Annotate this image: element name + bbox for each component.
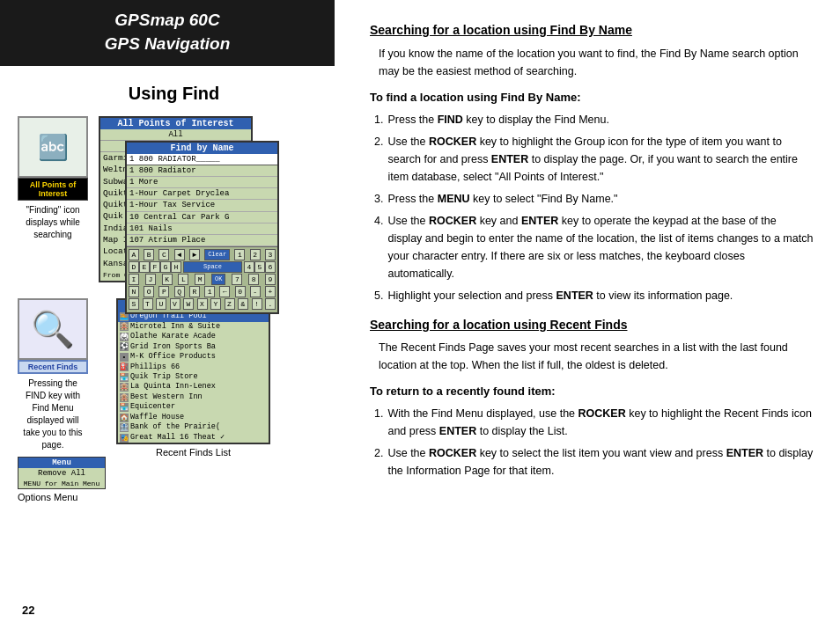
kb-plus[interactable]: + — [265, 286, 276, 297]
kb-d[interactable]: D — [129, 261, 139, 273]
step-text: Use the ROCKER key to select the list it… — [387, 444, 814, 480]
kb-3[interactable]: 3 — [265, 249, 276, 260]
kb-m[interactable]: M — [195, 274, 205, 285]
rf-list-item[interactable]: •M-K Office Products — [118, 352, 269, 362]
rf-caption: Pressing theFIND key withFind Menudispla… — [18, 377, 88, 451]
fbn-keyboard: A B C ◄ ► Clear 1 2 3 D E — [127, 246, 277, 312]
step-text: With the Find Menu displayed, use the RO… — [387, 405, 814, 440]
kb-q[interactable]: Q — [174, 286, 185, 297]
kb-excl[interactable]: ! — [252, 298, 262, 310]
kb-clear[interactable]: Clear — [204, 249, 230, 260]
kb-4[interactable]: 4 — [244, 261, 254, 273]
kb-w[interactable]: W — [183, 298, 194, 310]
fbn-list-row: 1 More — [127, 177, 277, 188]
kb-u[interactable]: U — [156, 298, 166, 310]
step-num: 1. — [374, 111, 383, 128]
rf-item-icon: 🏨 — [120, 322, 129, 331]
rf-list-item[interactable]: ⛽Phillips 66 — [118, 363, 269, 372]
kb-z[interactable]: Z — [225, 298, 235, 310]
kb-minus[interactable]: - — [250, 286, 261, 297]
opt-menu-label: Menu — [18, 458, 105, 468]
kb-c[interactable]: C — [158, 249, 169, 260]
kb-j[interactable]: J — [145, 274, 156, 285]
rf-list-item[interactable]: 🏦Bank of the Prairie( — [118, 422, 269, 432]
step-num: 2. — [374, 133, 383, 186]
rf-list-item[interactable]: 🥋Olathe Karate Acade — [118, 332, 269, 341]
step-1: 1. Press the FIND key to display the Fin… — [374, 111, 814, 128]
rf-list-item[interactable]: 🏪Equicenter — [118, 402, 269, 412]
kb-back[interactable]: ← — [219, 286, 230, 297]
rf-list-item[interactable]: 🏪Quik Trip Store — [118, 372, 269, 382]
opt-remove-all[interactable]: Remove All — [18, 468, 105, 479]
rf-item-icon: 🏪 — [120, 403, 129, 412]
rf-item-text: Best Western Inn — [130, 392, 203, 402]
rf-list-item[interactable]: 🎭Great Mall 16 Theat ✓ — [118, 433, 269, 443]
rf-item-icon: 🥋 — [120, 333, 129, 341]
gps-poi-header: All Points of Interest — [100, 118, 251, 129]
kb-ok[interactable]: OK — [211, 274, 225, 285]
kb-g[interactable]: G — [160, 261, 171, 273]
kb-v[interactable]: V — [170, 298, 181, 310]
kb-2[interactable]: 2 — [250, 249, 261, 260]
kb-space[interactable]: Space — [183, 261, 242, 273]
kb-t[interactable]: T — [143, 298, 153, 310]
kb-l[interactable]: L — [178, 274, 188, 285]
kb-a[interactable]: A — [129, 249, 139, 260]
kb-row3: I J K L M OK 7 8 9 — [129, 274, 276, 285]
rf-item-icon: • — [120, 353, 129, 362]
opt-main-menu[interactable]: MENU for Main Menu — [18, 479, 105, 488]
kb-1[interactable]: 1 — [234, 249, 245, 260]
kb-i[interactable]: I — [129, 274, 139, 285]
poi-icon-area: 🔤 All Points of Interest "Finding" icond… — [18, 116, 88, 241]
kb-7[interactable]: 7 — [232, 274, 242, 285]
rf-list-item[interactable]: 🏨La Quinta Inn-Lenex — [118, 382, 269, 392]
kb-y[interactable]: Y — [210, 298, 221, 310]
rf-item-text: Microtel Inn & Suite — [130, 322, 220, 332]
kb-9[interactable]: 9 — [265, 274, 276, 285]
rf-item-text: M-K Office Products — [130, 352, 216, 362]
rf-list-item[interactable]: ⚽Grid Iron Sports Ba — [118, 342, 269, 352]
kb-right[interactable]: ► — [189, 249, 200, 260]
rf-list-caption: Recent Finds List — [116, 447, 270, 458]
kb-0[interactable]: 0 — [235, 286, 246, 297]
kb-x[interactable]: X — [197, 298, 208, 310]
kb-k[interactable]: K — [162, 274, 173, 285]
kb-left[interactable]: ◄ — [174, 249, 185, 260]
kb-b[interactable]: B — [144, 249, 154, 260]
kb-n[interactable]: N — [129, 286, 139, 297]
step-4: 4. Use the ROCKER key and ENTER key to o… — [374, 212, 814, 282]
step-num: 5. — [374, 287, 383, 304]
kb-h[interactable]: H — [171, 261, 181, 273]
rf-list-item[interactable]: 🏨Best Western Inn — [118, 392, 269, 402]
rf-item-icon: 🏪 — [120, 373, 129, 382]
rf-item-icon: 🏨 — [120, 393, 129, 402]
step-text: Highlight your selection and press ENTER… — [387, 287, 733, 304]
kb-s[interactable]: S — [129, 298, 139, 310]
step-num: 3. — [374, 190, 383, 208]
section-title: Using Find — [18, 84, 330, 104]
kb-6[interactable]: 6 — [265, 261, 276, 273]
poi-caption: "Finding" icondisplays whilesearching — [18, 204, 88, 241]
page-number: 22 — [22, 604, 34, 617]
gps-screen-rf: Recent Finds 🏊Oregon Trail Pool 🏨Microte… — [116, 298, 270, 444]
kb-8[interactable]: 8 — [248, 274, 259, 285]
kb-num1[interactable]: 1 — [204, 286, 215, 297]
section2-heading: Searching for a location using Recent Fi… — [370, 317, 814, 334]
rf-item-icon: ⚽ — [120, 342, 129, 351]
kb-f[interactable]: F — [150, 261, 160, 273]
rf-list-item[interactable]: 🏠Waffle House — [118, 413, 269, 422]
right-panel: Searching for a location using Find By N… — [352, 0, 840, 630]
kb-r[interactable]: R — [189, 286, 200, 297]
kb-o[interactable]: O — [144, 286, 154, 297]
fbn-input: 1 800 RADIATOR_____ — [127, 154, 277, 165]
fbn-list-row: 1-Hour Carpet Dryclea — [127, 188, 277, 200]
kb-p[interactable]: P — [158, 286, 169, 297]
kb-amp[interactable]: & — [238, 298, 248, 310]
kb-e[interactable]: E — [139, 261, 150, 273]
section1-subsection: To find a location using Find By Name: — [370, 91, 814, 104]
left-panel: Using Find 🔤 All Points of Interest "Fin… — [0, 0, 343, 630]
kb-dot[interactable]: . — [265, 298, 276, 310]
rf-item-icon: ⛽ — [120, 363, 129, 371]
kb-5[interactable]: 5 — [254, 261, 265, 273]
rf-list-item[interactable]: 🏨Microtel Inn & Suite — [118, 322, 269, 332]
